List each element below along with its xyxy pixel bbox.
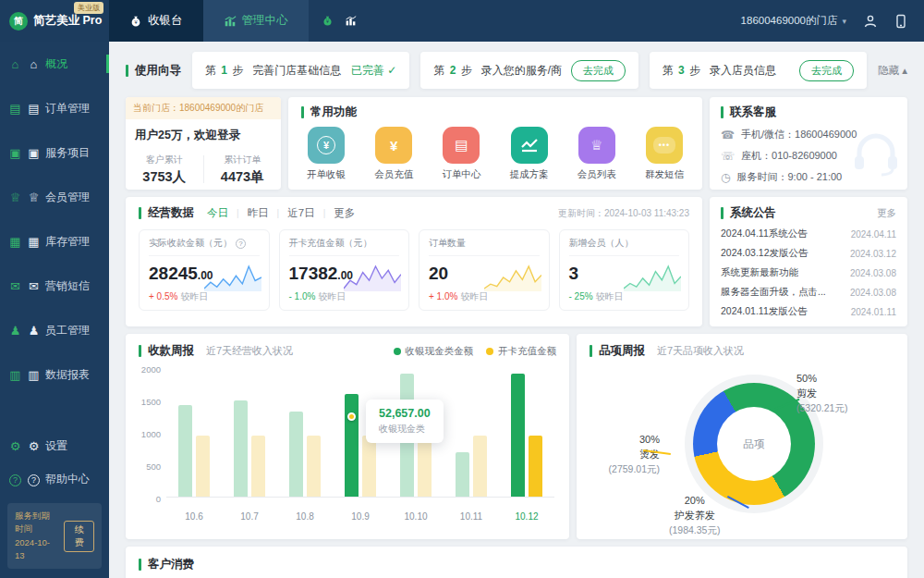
chart-mini-icon[interactable] bbox=[345, 15, 357, 27]
quick-action-label: 开单收银 bbox=[307, 168, 346, 181]
bar-group-10.6[interactable] bbox=[166, 366, 222, 497]
legend-item[interactable]: 收银现金类金额 bbox=[394, 345, 474, 358]
sidebar-item-services[interactable]: ▣▣服务项目 bbox=[0, 130, 109, 175]
bar-收银现金类金额 bbox=[511, 374, 525, 497]
tab-cashier[interactable]: ¥ 收银台 bbox=[109, 0, 203, 42]
biz-tab-更多[interactable]: 更多 bbox=[334, 206, 355, 220]
stat-card-2: 订单数量20+ 1.0%较昨日 bbox=[419, 229, 550, 311]
biz-tab-昨日[interactable]: 昨日 bbox=[248, 206, 269, 220]
quick-action-orders[interactable]: ▤订单中心 bbox=[442, 127, 480, 181]
brand-logo-icon: 简 bbox=[9, 12, 28, 31]
services-icon: ▣ bbox=[8, 146, 22, 160]
bar-group-10.8[interactable] bbox=[277, 366, 333, 497]
announcement-title: 2024.04.11系统公告 bbox=[721, 228, 808, 240]
sms-icon: ✉ bbox=[8, 279, 22, 293]
announcement-date: 2024.03.12 bbox=[850, 249, 896, 259]
sidebar-item-label: 会员管理 bbox=[45, 190, 90, 205]
sidebar-item-inventory[interactable]: ▦▦库存管理 bbox=[0, 219, 109, 264]
members-icon: ♕ bbox=[8, 191, 22, 204]
stat-card-title: 新增会员（人） bbox=[569, 237, 680, 250]
guide-step-number: 第 3 步 bbox=[663, 63, 700, 79]
quick-action-commission[interactable]: 提成方案 bbox=[510, 127, 549, 181]
legend-item[interactable]: 开卡充值金额 bbox=[486, 345, 556, 358]
quick-action-members[interactable]: ♕会员列表 bbox=[578, 127, 616, 181]
stat-card-title: 开卡充值金额（元） bbox=[289, 237, 400, 250]
announcement-row[interactable]: 服务器全面升级，点击...2024.03.08 bbox=[721, 286, 896, 299]
sidebar-item-help[interactable]: ? ? 帮助中心 bbox=[0, 462, 109, 496]
announcement-title: 2024.03.12发版公告 bbox=[721, 247, 808, 260]
chat-dots-icon: ••• bbox=[653, 137, 675, 154]
guide-step-text: 录入店员信息 bbox=[710, 63, 790, 79]
chevron-up-icon: ▴ bbox=[902, 65, 907, 76]
stat-title-text: 实际收款金额（元） bbox=[149, 237, 232, 250]
store-switcher[interactable]: 18600469000的门店 ▾ bbox=[741, 14, 846, 28]
sidebar-item-label: 概况 bbox=[45, 56, 67, 72]
sidebar-item-members[interactable]: ♕♕会员管理 bbox=[0, 175, 109, 219]
sidebar-item-label: 订单管理 bbox=[45, 101, 90, 117]
y-axis-label: 2000 bbox=[139, 364, 161, 375]
yen-circle-icon: ¥ bbox=[317, 136, 335, 154]
inventory-icon: ▦ bbox=[8, 235, 22, 249]
stat-title-text: 订单数量 bbox=[429, 237, 466, 250]
sidebar-item-label: 员工管理 bbox=[45, 323, 90, 338]
slice-name: 护发养发 bbox=[669, 509, 720, 523]
slice-percent: 20% bbox=[669, 494, 720, 509]
reports-icon: ▥ bbox=[8, 368, 22, 382]
mobile-icon[interactable] bbox=[894, 14, 907, 29]
weekly-bar-chart: 050010001500200010.610.710.810.910.1010.… bbox=[139, 364, 556, 523]
quick-action-sms[interactable]: •••群发短信 bbox=[645, 127, 684, 181]
usage-guide: 使用向导 第 1 步完善门店基础信息已完善 ✓第 2 步录入您的服务/商品去完成… bbox=[126, 51, 907, 90]
brand-name: 简艺美业 Pro bbox=[33, 13, 102, 29]
slice-percent: 30% bbox=[593, 433, 660, 448]
sidebar-item-reports[interactable]: ▥▥数据报表 bbox=[0, 352, 109, 397]
members-icon: ♕ bbox=[27, 191, 41, 204]
announcements-more-link[interactable]: 更多 bbox=[877, 207, 896, 220]
user-icon[interactable] bbox=[863, 14, 878, 29]
announcement-row[interactable]: 2024.01.11发版公告2024.01.11 bbox=[721, 305, 896, 318]
step-prefix: 第 bbox=[663, 64, 674, 77]
quick-action-cashier[interactable]: ¥开单收银 bbox=[307, 127, 346, 181]
bar-group-10.7[interactable] bbox=[222, 366, 277, 497]
donut-label-护发养发: 20%护发养发(1984.35元) bbox=[669, 494, 720, 537]
announcement-row[interactable]: 2024.04.11系统公告2024.04.11 bbox=[721, 228, 896, 240]
donut-label-烫发: 30%烫发(2759.01元) bbox=[593, 433, 660, 476]
bar-plot-area bbox=[166, 366, 554, 498]
staff-icon: ♟ bbox=[27, 324, 41, 338]
bar-group-10.11[interactable] bbox=[444, 366, 499, 497]
sidebar-item-sms[interactable]: ✉✉营销短信 bbox=[0, 264, 109, 308]
renew-button[interactable]: 续费 bbox=[64, 521, 94, 552]
help-icon[interactable]: ? bbox=[236, 239, 246, 249]
customer-consumption-title: 客户消费 bbox=[139, 557, 894, 572]
quick-action-recharge[interactable]: ¥会员充值 bbox=[374, 127, 413, 181]
sidebar-item-overview[interactable]: ⌂⌂概况 bbox=[0, 42, 109, 86]
sidebar-item-staff[interactable]: ♟♟员工管理 bbox=[0, 308, 109, 352]
biz-tab-今日[interactable]: 今日 bbox=[207, 206, 228, 220]
sms-icon: ••• bbox=[646, 127, 683, 164]
sidebar-item-orders[interactable]: ▤▤订单管理 bbox=[0, 86, 109, 130]
stat-card-3: 新增会员（人）3- 25%较昨日 bbox=[559, 229, 690, 311]
bar-chart-icon bbox=[224, 15, 237, 28]
biz-tab-近7日[interactable]: 近7日 bbox=[287, 206, 314, 220]
overview-icon: ⌂ bbox=[8, 57, 22, 71]
guide-step-status: 已完善 ✓ bbox=[351, 63, 396, 79]
sidebar-item-label: 数据报表 bbox=[45, 367, 90, 383]
announcement-row[interactable]: 系统更新最新功能2024.03.08 bbox=[721, 266, 896, 279]
bar-开卡充值金额 bbox=[529, 436, 542, 497]
sidebar-item-settings[interactable]: ⚙ ⚙ 设置 bbox=[0, 429, 109, 462]
headset-icon bbox=[850, 129, 902, 180]
guide-step-text: 完善门店基础信息 bbox=[252, 63, 342, 79]
money-bag-mini-icon[interactable]: ¥ bbox=[322, 15, 334, 27]
go-complete-button[interactable]: 去完成 bbox=[571, 60, 626, 81]
reports-icon: ▥ bbox=[27, 368, 41, 382]
guide-step-number: 第 2 步 bbox=[433, 63, 471, 79]
delta-vs-label: 较昨日 bbox=[596, 291, 624, 301]
stat-card-title: 订单数量 bbox=[429, 237, 540, 250]
hide-guide-link[interactable]: 隐藏 ▴ bbox=[878, 64, 907, 78]
go-complete-button[interactable]: 去完成 bbox=[799, 60, 854, 81]
item-weekly-subtitle: 近7天品项收入状况 bbox=[657, 344, 744, 358]
tab-management[interactable]: 管理中心 bbox=[203, 0, 309, 42]
announcement-row[interactable]: 2024.03.12发版公告2024.03.12 bbox=[721, 247, 896, 260]
bar-group-10.12[interactable] bbox=[499, 366, 554, 497]
customers-total: 客户累计 3753人 bbox=[126, 154, 203, 186]
donut-label-剪发: 50%剪发(5320.21元) bbox=[796, 372, 847, 415]
